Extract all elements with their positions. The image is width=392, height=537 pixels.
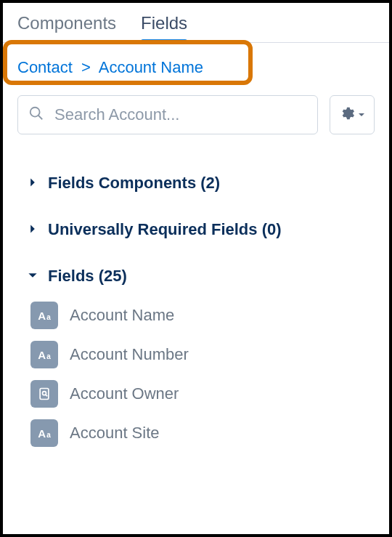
breadcrumb-current-link[interactable]: Account Name: [99, 58, 203, 76]
section-universally-required[interactable]: Universally Required Fields (0): [28, 220, 375, 239]
text-field-icon: Aa: [30, 302, 58, 329]
field-item[interactable]: Account Owner: [30, 380, 375, 408]
svg-line-1: [38, 116, 43, 120]
search-input[interactable]: [53, 105, 307, 125]
left-panel: Components Fields Contact > Account Name: [0, 0, 392, 537]
tab-components[interactable]: Components: [17, 13, 116, 42]
sections: Fields Components (2) Universally Requir…: [3, 134, 389, 447]
chevron-right-icon: [28, 177, 39, 189]
chevron-down-icon: [358, 108, 365, 121]
settings-button[interactable]: [330, 95, 375, 134]
svg-line-4: [46, 395, 47, 397]
breadcrumb-separator: >: [81, 58, 91, 76]
field-list: Aa Account Name Aa Account Number Accoun…: [30, 302, 375, 447]
tab-fields[interactable]: Fields: [141, 13, 187, 42]
svg-rect-2: [40, 389, 49, 400]
chevron-down-icon: [28, 270, 39, 282]
field-label: Account Name: [70, 306, 174, 325]
search-row: [3, 92, 389, 134]
section-title: Fields (25): [48, 267, 127, 286]
field-item[interactable]: Aa Account Site: [30, 419, 375, 447]
section-fields[interactable]: Fields (25): [28, 267, 375, 286]
field-label: Account Number: [70, 345, 189, 364]
svg-point-0: [30, 108, 40, 117]
chevron-right-icon: [28, 224, 39, 235]
text-field-icon: Aa: [30, 419, 58, 447]
lookup-field-icon: [30, 380, 58, 408]
field-label: Account Site: [70, 424, 160, 443]
field-item[interactable]: Aa Account Number: [30, 341, 375, 368]
field-item[interactable]: Aa Account Name: [30, 302, 375, 329]
field-label: Account Owner: [70, 384, 179, 403]
section-fields-components[interactable]: Fields Components (2): [28, 174, 375, 193]
breadcrumb: Contact > Account Name: [3, 43, 389, 92]
search-icon: [28, 105, 44, 124]
search-box[interactable]: [17, 95, 318, 134]
section-title: Universally Required Fields (0): [48, 220, 282, 239]
text-field-icon: Aa: [30, 341, 58, 368]
section-title: Fields Components (2): [48, 174, 220, 193]
panel-tabs: Components Fields: [3, 3, 389, 43]
gear-icon: [339, 105, 355, 124]
breadcrumb-root-link[interactable]: Contact: [17, 58, 73, 76]
